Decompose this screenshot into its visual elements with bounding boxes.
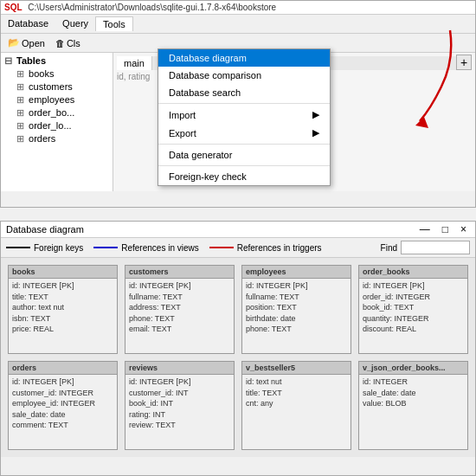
menu-item-import[interactable]: Import ▶ <box>158 106 330 124</box>
find-area: Find <box>381 241 470 254</box>
tree-item-orders[interactable]: ⊞ orders <box>3 132 111 145</box>
table-card-v-bestseller5[interactable]: v_bestseller5 id: text nut title: TEXT c… <box>241 361 351 450</box>
tree-header: ⊟ Tables <box>3 55 111 68</box>
field-row: quantity: INTEGER <box>363 313 464 325</box>
title-bar: SQL C:\Users\Administrator\Downloads\sql… <box>1 1 475 15</box>
table-body-books: id: INTEGER [PK] title: TEXT author: tex… <box>9 279 117 337</box>
field-row: title: TEXT <box>246 388 347 399</box>
table-body-order-books: id: INTEGER [PK] order_id: INTEGER book_… <box>359 279 467 337</box>
tree-item-order-logs[interactable]: ⊞ order_lo... <box>3 119 111 132</box>
tree-item-employees[interactable]: ⊞ employees <box>3 93 111 106</box>
field-row: review: TEXT <box>129 420 230 431</box>
field-row: fullname: TEXT <box>246 292 347 303</box>
table-card-customers[interactable]: customers id: INTEGER [PK] fullname: TEX… <box>125 265 235 354</box>
menu-item-fk-check[interactable]: Foreign-key check <box>158 168 330 185</box>
left-panel: ⊟ Tables ⊞ books ⊞ customers ⊞ employees… <box>1 53 113 191</box>
menu-tools[interactable]: Tools <box>95 16 133 31</box>
minimize-button[interactable]: — <box>416 223 434 235</box>
field-row: book_id: INT <box>129 398 230 409</box>
open-button[interactable]: 📂 Open <box>4 35 48 50</box>
tab-main[interactable]: main <box>117 56 152 70</box>
dropdown-sep-3 <box>158 165 330 166</box>
dropdown-sep-1 <box>158 103 330 104</box>
diagram-window: Database diagram — □ × Foreign keys Refe… <box>0 221 476 476</box>
tree-item-order-books[interactable]: ⊞ order_bo... <box>3 106 111 119</box>
menu-item-comparison[interactable]: Database comparison <box>158 67 330 84</box>
table-card-books[interactable]: books id: INTEGER [PK] title: TEXT autho… <box>8 265 118 354</box>
field-row: author: text nut <box>12 302 113 313</box>
field-row: cnt: any <box>246 398 347 409</box>
field-row: id: text nut <box>246 376 347 388</box>
window-title: C:\Users\Administrator\Downloads\sqlite-… <box>28 3 276 12</box>
expand-icon: ⊟ <box>4 55 12 66</box>
menu-item-search[interactable]: Database search <box>158 84 330 101</box>
table-header-orders: orders <box>9 362 117 375</box>
table-icon: ⊞ <box>16 120 24 131</box>
sql-icon: SQL <box>4 3 23 12</box>
field-row: rating: INT <box>129 409 230 421</box>
table-header-order-books: order_books <box>359 266 467 279</box>
table-card-orders[interactable]: orders id: INTEGER [PK] customer_id: INT… <box>8 361 118 450</box>
legend-line-blue <box>93 247 118 248</box>
tree-item-customers[interactable]: ⊞ customers <box>3 80 111 93</box>
dropdown-sep-2 <box>158 144 330 145</box>
field-row: phone: TEXT <box>246 324 347 335</box>
field-row: book_id: TEXT <box>363 302 464 313</box>
add-tab-button[interactable]: + <box>456 55 472 70</box>
field-row: sale_date: date <box>363 388 464 399</box>
submenu-arrow-export: ▶ <box>312 127 319 138</box>
table-header-employees: employees <box>242 266 351 279</box>
table-body-reviews: id: INTEGER [PK] customer_id: INT book_i… <box>125 375 234 433</box>
maximize-button[interactable]: □ <box>439 223 452 235</box>
table-card-reviews[interactable]: reviews id: INTEGER [PK] customer_id: IN… <box>125 361 235 450</box>
table-icon: ⊞ <box>16 81 24 92</box>
find-input[interactable] <box>401 241 470 254</box>
window-controls: — □ × <box>416 223 470 235</box>
menu-query[interactable]: Query <box>55 16 95 31</box>
field-row: position: TEXT <box>246 302 347 313</box>
table-card-v-json-order-books[interactable]: v_json_order_books... id: INTEGER sale_d… <box>358 361 468 450</box>
diagram-toolbar: Foreign keys References in views Referen… <box>1 238 475 258</box>
table-body-orders: id: INTEGER [PK] customer_id: INTEGER em… <box>9 375 117 433</box>
submenu-arrow-import: ▶ <box>312 109 319 120</box>
menu-item-generator[interactable]: Data generator <box>158 146 330 164</box>
close-button[interactable]: × <box>457 223 470 235</box>
table-header-v-bestseller5: v_bestseller5 <box>242 362 351 375</box>
table-body-v-json-order-books: id: INTEGER sale_date: date value: BLOB <box>359 375 467 411</box>
tree-item-books[interactable]: ⊞ books <box>3 68 111 80</box>
menu-database[interactable]: Database <box>1 16 55 31</box>
tools-dropdown: Database diagram Database comparison Dat… <box>158 48 331 186</box>
field-row: id: INTEGER [PK] <box>129 280 230 292</box>
table-header-reviews: reviews <box>125 362 234 375</box>
field-row: id: INTEGER <box>363 376 464 388</box>
field-row: customer_id: INT <box>129 388 230 399</box>
table-body-customers: id: INTEGER [PK] fullname: TEXT address:… <box>125 279 234 337</box>
field-row: id: INTEGER [PK] <box>363 280 464 292</box>
field-row: birthdate: date <box>246 313 347 325</box>
diagram-title-bar: Database diagram — □ × <box>1 222 475 238</box>
table-header-v-json-order-books: v_json_order_books... <box>359 362 467 375</box>
field-row: id: INTEGER [PK] <box>12 280 113 292</box>
table-card-order-books[interactable]: order_books id: INTEGER [PK] order_id: I… <box>358 265 468 354</box>
menu-item-diagram[interactable]: Database diagram <box>158 49 330 67</box>
field-row: employee_id: INTEGER <box>12 398 113 409</box>
legend-refs-triggers: References in triggers <box>209 243 322 253</box>
table-card-employees[interactable]: employees id: INTEGER [PK] fullname: TEX… <box>241 265 351 354</box>
menu-bar: Database Query Tools <box>1 15 475 34</box>
diagram-canvas: books id: INTEGER [PK] title: TEXT autho… <box>1 258 475 457</box>
field-row: email: TEXT <box>129 324 230 335</box>
field-row: customer_id: INTEGER <box>12 388 113 399</box>
field-row: title: TEXT <box>12 292 113 303</box>
cls-button[interactable]: 🗑 Cls <box>52 36 84 50</box>
table-icon: ⊞ <box>16 107 24 118</box>
table-header-customers: customers <box>125 266 234 279</box>
field-row: address: TEXT <box>129 302 230 313</box>
field-row: order_id: INTEGER <box>363 292 464 303</box>
folder-icon: 📂 <box>8 37 20 48</box>
field-row: id: INTEGER [PK] <box>246 280 347 292</box>
table-header-books: books <box>9 266 117 279</box>
field-row: comment: TEXT <box>12 420 113 431</box>
field-row: fullname: TEXT <box>129 292 230 303</box>
menu-item-export[interactable]: Export ▶ <box>158 124 330 142</box>
field-row: id: INTEGER [PK] <box>12 376 113 388</box>
